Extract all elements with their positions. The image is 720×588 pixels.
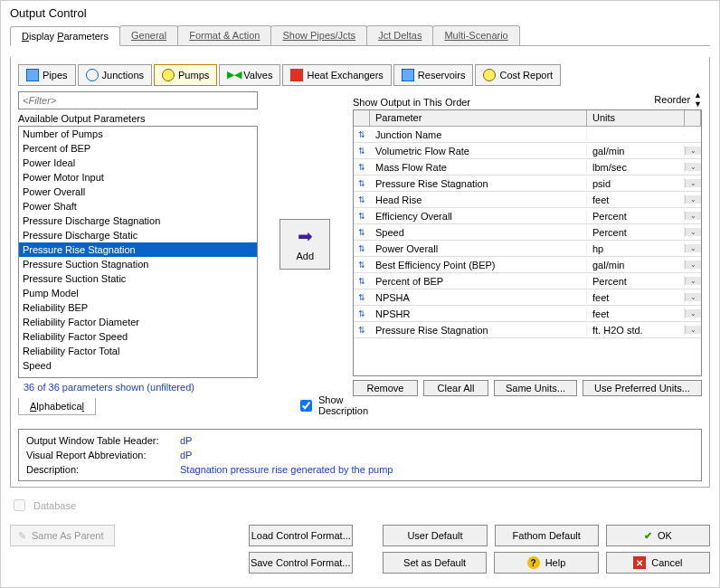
- list-item[interactable]: Pressure Rise Stagnation: [19, 242, 257, 257]
- col-units[interactable]: Units: [587, 110, 685, 126]
- list-item[interactable]: Reliability Factor Speed: [19, 329, 257, 344]
- table-row[interactable]: ⇅NPSHAfeet⌄: [354, 289, 701, 306]
- units-cell: feet: [587, 194, 685, 206]
- cancel-button[interactable]: ✕Cancel: [606, 552, 710, 574]
- reorder-handle-icon[interactable]: ⇅: [354, 228, 370, 237]
- reorder-handle-icon[interactable]: ⇅: [354, 277, 370, 286]
- table-row[interactable]: ⇅Volumetric Flow Rategal/min⌄: [354, 143, 701, 159]
- close-icon: ✕: [633, 556, 646, 569]
- units-dropdown[interactable]: ⌄: [685, 179, 701, 187]
- table-row[interactable]: ⇅NPSHRfeet⌄: [354, 306, 701, 322]
- heat-icon: [290, 69, 303, 81]
- cat-heat-exchangers[interactable]: Heat Exchangers: [282, 64, 391, 86]
- list-item[interactable]: Power Ideal: [19, 156, 257, 170]
- units-dropdown[interactable]: ⌄: [685, 163, 701, 171]
- list-item[interactable]: Power Shaft: [19, 199, 257, 213]
- table-row[interactable]: ⇅Junction Name: [354, 127, 701, 143]
- units-dropdown[interactable]: ⌄: [685, 326, 701, 334]
- table-row[interactable]: ⇅Power Overallhp⌄: [354, 241, 701, 257]
- cat-reservoirs[interactable]: Reservoirs: [393, 64, 474, 86]
- list-item[interactable]: Pump Model: [19, 286, 257, 300]
- help-button[interactable]: ?Help: [494, 552, 598, 574]
- available-params-list[interactable]: Number of PumpsPercent of BEPPower Ideal…: [18, 126, 258, 378]
- units-dropdown[interactable]: ⌄: [685, 261, 701, 269]
- units-dropdown[interactable]: ⌄: [685, 195, 701, 204]
- param-cell: NPSHR: [370, 308, 587, 320]
- list-item[interactable]: Reliability Factor Total: [19, 344, 257, 358]
- reorder-handle-icon[interactable]: ⇅: [354, 309, 370, 318]
- show-description-checkbox[interactable]: [300, 400, 312, 412]
- param-cell: Power Overall: [370, 242, 587, 255]
- alphabetical-tab[interactable]: Alphabetical: [18, 398, 96, 415]
- units-dropdown[interactable]: ⌄: [685, 244, 701, 252]
- list-item[interactable]: Reliability BEP: [19, 300, 257, 315]
- list-item[interactable]: Pressure Discharge Static: [19, 228, 257, 242]
- reorder-handle-icon[interactable]: ⇅: [354, 244, 370, 253]
- cat-cost-report[interactable]: Cost Report: [475, 64, 561, 86]
- left-column: Available Output Parameters Number of Pu…: [18, 91, 258, 396]
- units-dropdown[interactable]: ⌄: [685, 228, 701, 236]
- table-row[interactable]: ⇅Best Efficiency Point (BEP)gal/min⌄: [354, 257, 701, 273]
- save-control-format-button[interactable]: Save Control Format...: [249, 552, 353, 574]
- table-row[interactable]: ⇅Efficiency OverallPercent⌄: [354, 208, 701, 224]
- table-row[interactable]: ⇅Head Risefeet⌄: [354, 192, 701, 208]
- load-control-format-button[interactable]: Load Control Format...: [249, 525, 353, 546]
- use-preferred-units-button[interactable]: Use Preferred Units...: [583, 380, 702, 396]
- list-item[interactable]: Pressure Suction Static: [19, 271, 257, 286]
- list-item[interactable]: Power Motor Input: [19, 170, 257, 185]
- tab-display-parameters[interactable]: Display Parameters: [10, 26, 120, 46]
- units-dropdown[interactable]: ⌄: [685, 212, 701, 220]
- reorder-handle-icon[interactable]: ⇅: [354, 293, 370, 302]
- user-default-button[interactable]: User Default: [383, 525, 487, 546]
- reorder-handle-icon[interactable]: ⇅: [354, 130, 370, 139]
- ok-button[interactable]: ✔OK: [606, 525, 710, 546]
- arrow-right-icon: ➡: [298, 227, 313, 245]
- reorder-arrows[interactable]: ▲▼: [694, 91, 702, 108]
- reorder-handle-icon[interactable]: ⇅: [354, 261, 370, 270]
- tab-format-action[interactable]: Format & Action: [177, 25, 271, 45]
- table-row[interactable]: ⇅Pressure Rise Stagnationpsid⌄: [354, 175, 701, 192]
- tab-jct-deltas[interactable]: Jct Deltas: [366, 25, 433, 45]
- table-row[interactable]: ⇅Percent of BEPPercent⌄: [354, 273, 701, 289]
- reorder-handle-icon[interactable]: ⇅: [354, 163, 370, 172]
- units-dropdown[interactable]: ⌄: [685, 277, 701, 285]
- list-item[interactable]: Number of Pumps: [19, 127, 257, 141]
- reorder-handle-icon[interactable]: ⇅: [354, 147, 370, 156]
- reorder-handle-icon[interactable]: ⇅: [354, 212, 370, 221]
- cat-pumps[interactable]: Pumps: [154, 64, 217, 86]
- fathom-default-button[interactable]: Fathom Default: [495, 525, 599, 546]
- tab-multi-scenario[interactable]: Multi-Scenario: [432, 25, 519, 45]
- units-dropdown[interactable]: ⌄: [685, 293, 701, 301]
- table-row[interactable]: ⇅Pressure Rise Stagnationft. H2O std.⌄: [354, 322, 701, 338]
- filter-input[interactable]: [18, 91, 258, 109]
- filter-status: 36 of 36 parameters shown (unfiltered): [24, 382, 252, 393]
- table-row[interactable]: ⇅Mass Flow Ratelbm/sec⌄: [354, 159, 701, 175]
- units-cell: [587, 134, 685, 136]
- list-item[interactable]: Power Overall: [19, 185, 257, 199]
- cat-junctions[interactable]: Junctions: [78, 64, 152, 86]
- col-parameter[interactable]: Parameter: [370, 110, 587, 126]
- reorder-handle-icon[interactable]: ⇅: [354, 326, 370, 335]
- param-cell: Volumetric Flow Rate: [370, 145, 587, 157]
- units-dropdown[interactable]: ⌄: [685, 147, 701, 155]
- same-units-button[interactable]: Same Units...: [494, 380, 577, 396]
- set-as-default-button[interactable]: Set as Default: [383, 552, 487, 574]
- list-item[interactable]: Pressure Suction Stagnation: [19, 257, 257, 271]
- list-item[interactable]: Reliability Factor Diameter: [19, 315, 257, 329]
- cat-pipes[interactable]: Pipes: [18, 64, 76, 86]
- reorder-handle-icon[interactable]: ⇅: [354, 179, 370, 188]
- pipes-icon: [26, 69, 39, 81]
- same-as-parent-button: ✎Same As Parent: [10, 525, 115, 546]
- table-row[interactable]: ⇅SpeedPercent⌄: [354, 224, 701, 241]
- units-dropdown[interactable]: ⌄: [685, 309, 701, 318]
- main-tabs: Display Parameters General Format & Acti…: [10, 25, 710, 46]
- list-item[interactable]: Speed: [19, 358, 257, 373]
- tab-show-pipes-jcts[interactable]: Show Pipes/Jcts: [270, 25, 367, 45]
- cat-valves[interactable]: ▶◀Valves: [219, 64, 280, 86]
- tab-general[interactable]: General: [119, 25, 178, 45]
- clear-all-button[interactable]: Clear All: [423, 380, 488, 396]
- list-item[interactable]: Pressure Discharge Stagnation: [19, 213, 257, 228]
- list-item[interactable]: Percent of BEP: [19, 141, 257, 156]
- reorder-handle-icon[interactable]: ⇅: [354, 195, 370, 204]
- add-button[interactable]: ➡ Add: [279, 219, 330, 270]
